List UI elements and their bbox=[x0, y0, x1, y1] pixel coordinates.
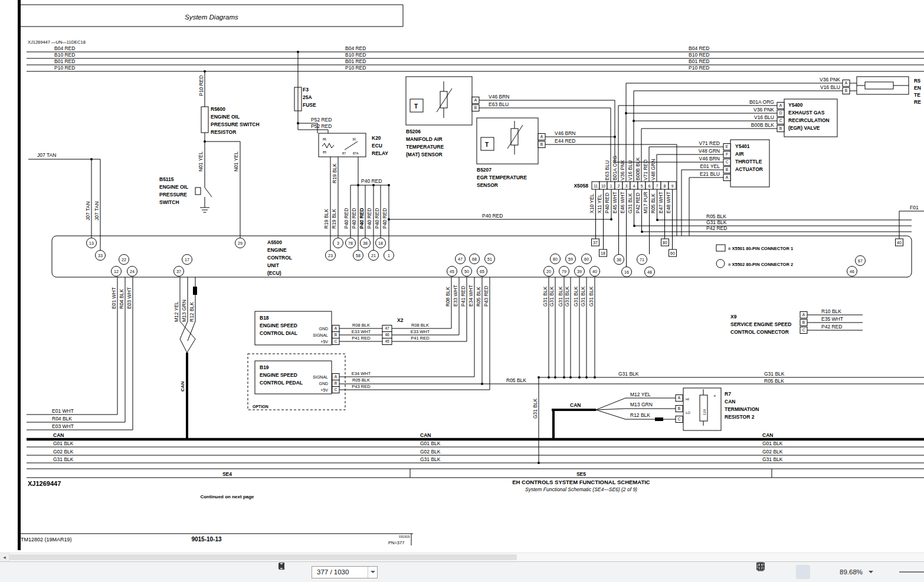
ecu-pin-number: 29 bbox=[238, 241, 243, 245]
page-number-value[interactable]: 377 / 1030 bbox=[312, 568, 368, 576]
wiring-schematic: 1333292212241737378381823582114768514550… bbox=[0, 0, 924, 553]
wire-label: CAN bbox=[725, 399, 735, 405]
ecu-pin-number: 1 bbox=[388, 254, 390, 258]
scrollbar-track[interactable] bbox=[9, 553, 924, 561]
zoom-dropdown-caret-icon[interactable] bbox=[869, 571, 873, 576]
wire-label: R7 bbox=[725, 391, 731, 397]
wire-label: N01 YEL bbox=[198, 152, 204, 172]
zoom-slider-track[interactable] bbox=[899, 571, 924, 573]
wire-label: X11 YEL bbox=[597, 194, 602, 213]
fuse-relay-branch bbox=[294, 52, 611, 250]
x5058-pin-number: 4 bbox=[633, 184, 635, 188]
wire-label: B01 RED bbox=[689, 58, 709, 64]
wire-label: M12 YEL bbox=[173, 301, 179, 322]
wire-label: = X5501 80-PIN CONNECTOR 1 bbox=[728, 246, 793, 251]
ecu-pin-number: 59 bbox=[568, 257, 573, 261]
wire-label: E01 YEL bbox=[700, 163, 720, 169]
wire-label: G02 BLK bbox=[420, 449, 441, 455]
wire-junction-dot bbox=[552, 438, 555, 440]
page-navigation-group: 377 / 1030 bbox=[277, 562, 452, 582]
wire-label: SENSOR bbox=[477, 182, 498, 188]
wire-label: RE bbox=[914, 99, 921, 105]
wire-label: M17 PUR bbox=[643, 192, 648, 213]
continuous-view-button[interactable] bbox=[776, 565, 790, 579]
wire-label: V16 BLU bbox=[820, 84, 840, 90]
x5058-pin-number: 8 bbox=[664, 184, 666, 188]
wire-label: G02 BLK bbox=[53, 449, 74, 455]
wire-junction-dot bbox=[388, 218, 390, 221]
ecu-pin-number: 50 bbox=[464, 269, 469, 274]
x5058-pin-number: 5 bbox=[641, 184, 643, 188]
previous-page-button[interactable] bbox=[293, 565, 307, 579]
wire-label: P10 RED bbox=[198, 75, 204, 96]
wire-junction-dot bbox=[554, 376, 556, 379]
bottom-bus-wires bbox=[27, 439, 924, 478]
wire-label: P52 RED bbox=[311, 117, 332, 123]
wire-label: P41 RED bbox=[411, 336, 430, 341]
wire-label: E03 WHT bbox=[126, 287, 132, 309]
wire-junction-dot bbox=[594, 376, 596, 379]
ecu-pin-number: 33 bbox=[98, 254, 103, 258]
page-number-input[interactable]: 377 / 1030 bbox=[312, 566, 378, 578]
wire-label: G31 BLK bbox=[618, 371, 639, 377]
next-view-button[interactable] bbox=[438, 565, 452, 579]
ecu-pin-number: 22 bbox=[122, 258, 126, 262]
zoom-level-value[interactable]: 89.68% bbox=[840, 568, 863, 576]
last-page-button[interactable] bbox=[398, 565, 412, 579]
two-page-view-button[interactable] bbox=[796, 565, 810, 579]
scroll-left-button[interactable]: ◂ bbox=[0, 553, 9, 561]
wire-label: E35 WHT bbox=[821, 316, 843, 322]
wire-label: X10 YEL bbox=[589, 193, 595, 213]
wire-label: E21 BLU bbox=[700, 171, 720, 177]
zoom-slider[interactable] bbox=[899, 568, 924, 576]
wire-label: G31 BLK bbox=[532, 398, 538, 419]
scrollbar-thumb[interactable] bbox=[9, 554, 517, 560]
connector-pin-label: A bbox=[845, 81, 848, 85]
connector-pin-label: B bbox=[474, 106, 477, 110]
wire-label: ENGINE OIL bbox=[159, 184, 188, 190]
connector-pin-label: B bbox=[779, 126, 782, 130]
wire-label: E47 WHT bbox=[658, 192, 664, 213]
caption-subtitle: System Functional Schematic (SE4—SE6) (2… bbox=[525, 486, 637, 492]
horizontal-scrollbar[interactable]: ◂ bbox=[0, 553, 924, 561]
wire-label: 25A bbox=[303, 94, 312, 100]
wire-label: V36 PNK bbox=[753, 107, 774, 113]
wire-label: P52 RED bbox=[311, 123, 332, 129]
continuous-two-page-button[interactable] bbox=[816, 565, 830, 579]
connector-pin-label: A bbox=[779, 103, 782, 107]
page-dropdown-caret-icon[interactable] bbox=[368, 567, 377, 578]
connector-pin-label: 45 bbox=[385, 339, 389, 343]
wire-label: G01 BLK bbox=[53, 440, 74, 446]
wire-label: P43 RED bbox=[483, 286, 489, 307]
wire-label: B04 RED bbox=[54, 45, 75, 51]
wire-label: E63 BLU bbox=[489, 101, 509, 107]
wire-label: (EGR) VALVE bbox=[788, 125, 820, 131]
x5058-pin-number: 2 bbox=[618, 184, 620, 188]
wire-junction-dot bbox=[204, 70, 206, 73]
wire-label: G01 BLK bbox=[420, 440, 441, 446]
wire-label: P42 RED bbox=[635, 193, 641, 213]
x5058-pin-number: 7 bbox=[656, 184, 658, 188]
connector-pin-label: C bbox=[779, 119, 782, 123]
wire-junction-dot bbox=[357, 184, 359, 186]
zoom-out-button[interactable] bbox=[879, 565, 893, 579]
wire-label: P43 RED bbox=[352, 384, 371, 389]
wire-junction-dot bbox=[625, 112, 627, 114]
previous-view-button[interactable] bbox=[422, 565, 436, 579]
wire-label: CAN bbox=[180, 381, 185, 392]
ecu-pin-number: 12 bbox=[114, 269, 119, 274]
wire-label: GND bbox=[319, 327, 328, 331]
connector-pin-label: F bbox=[726, 152, 728, 156]
wire-label: J07 TAN bbox=[85, 202, 91, 221]
next-page-button[interactable] bbox=[382, 565, 396, 579]
wire-label: G01 BLK bbox=[762, 440, 783, 446]
x5058-pin-number: 3 bbox=[625, 184, 628, 188]
wire-label: E63 BLU bbox=[604, 160, 610, 180]
wire-label: SE5 bbox=[576, 471, 586, 477]
wire-label: ENGINE SPEED bbox=[260, 372, 297, 378]
wire-label: P40 RED bbox=[343, 208, 349, 229]
wire-label: V46 BRN bbox=[555, 130, 575, 136]
wire-label: R08 BLK bbox=[411, 323, 429, 328]
wire-junction-dot bbox=[538, 376, 540, 379]
wire-label: G31 BLK bbox=[573, 286, 579, 307]
